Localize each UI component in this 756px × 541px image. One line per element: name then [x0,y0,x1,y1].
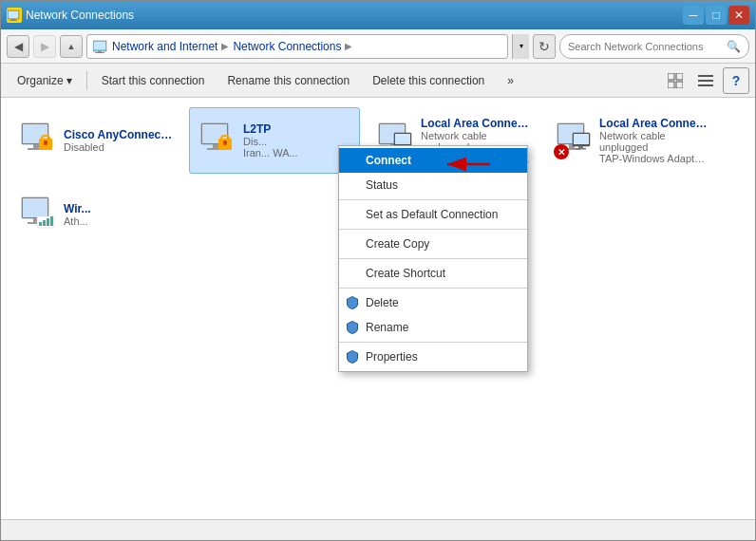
l2tp-icon [198,121,236,159]
svg-rect-11 [676,82,683,88]
context-menu-copy[interactable]: Create Copy [339,232,527,256]
properties-shield-icon [345,349,360,364]
svg-rect-3 [9,20,17,21]
svg-rect-55 [50,216,53,226]
title-controls: ─ □ ✕ [683,6,749,25]
window-title: Network Connections [26,9,134,22]
up-button[interactable]: ▲ [60,35,83,58]
l2tp-name: L2TP [243,122,351,136]
context-menu-connect[interactable]: Connect [339,148,527,173]
svg-rect-13 [698,80,713,82]
connection-l2tp[interactable]: L2TP Dis... Iran... WA... [189,107,360,174]
connection-wireless[interactable]: Wir... Ath... [10,181,181,248]
cisco-status: Disabled [64,141,174,153]
help-button[interactable]: ? [723,67,749,94]
context-shortcut-label: Create Shortcut [366,267,445,280]
context-menu-delete[interactable]: Delete [339,290,527,315]
address-bar: ◀ ▶ ▲ Network and Internet ▶ Network Con… [1,29,755,64]
context-menu-status[interactable]: Status [339,173,527,197]
close-button[interactable]: ✕ [728,6,749,25]
context-delete-label: Delete [366,296,399,309]
delete-shield-icon [345,295,360,310]
svg-rect-46 [576,148,586,150]
svg-rect-44 [574,134,589,144]
local-area-name: Local Area Connection [421,117,531,130]
svg-rect-7 [95,52,104,53]
title-bar: Network Connections ─ □ ✕ [1,1,755,29]
local2-status: Network cable unplugged [599,130,709,153]
path-icon [93,39,108,54]
organize-button[interactable]: Organize ▾ [7,67,83,94]
connection-cisco[interactable]: Cisco AnyConnect Secure Mobility Client … [10,107,181,174]
svg-rect-5 [94,42,105,49]
svg-rect-52 [39,222,42,226]
back-button[interactable]: ◀ [7,35,29,58]
path-segment1[interactable]: Network and Internet [112,40,217,53]
path-segment2[interactable]: Network Connections [233,40,341,53]
context-menu-default[interactable]: Set as Default Connection [339,202,527,227]
wireless-status: Ath... [64,215,174,227]
context-menu-properties[interactable]: Properties [339,345,527,369]
context-status-label: Status [366,178,398,192]
context-menu-shortcut[interactable]: Create Shortcut [339,261,527,286]
details-view-button[interactable] [692,67,719,94]
svg-rect-1 [9,11,18,18]
cisco-name: Cisco AnyConnect Secure Mobility Client … [64,128,174,141]
help-icon: ? [732,73,741,88]
delete-connection-button[interactable]: Delete this connection [362,67,495,94]
wireless-info: Wir... Ath... [64,202,174,227]
context-default-label: Set as Default Connection [366,208,498,221]
svg-rect-9 [676,73,683,80]
l2tp-info: L2TP Dis... Iran... WA... [243,122,351,159]
svg-rect-54 [47,218,49,226]
maximize-button[interactable]: □ [706,6,727,25]
change-view-button[interactable] [662,67,689,94]
context-copy-label: Create Copy [366,237,429,251]
context-menu: Connect Status Set as Default Connection… [338,145,528,372]
local2-adapter: TAP-Windows Adapter V9 [599,153,709,164]
search-icon: 🔍 [727,40,741,53]
minimize-button[interactable]: ─ [683,6,704,25]
path-dropdown-button[interactable]: ▾ [512,34,529,59]
connection-local2[interactable]: ✕ Local Area Connection 2 Network cable … [546,107,717,174]
address-path: Network and Internet ▶ Network Connectio… [86,34,508,59]
svg-point-22 [45,141,47,144]
context-separator5 [339,342,527,343]
cisco-icon [18,121,56,159]
path-arrow2: ▶ [345,41,352,51]
svg-rect-12 [698,75,713,77]
toolbar-separator1 [86,71,87,90]
cisco-info: Cisco AnyConnect Secure Mobility Client … [64,128,174,153]
toolbar: Organize ▾ Start this connection Rename … [1,64,755,98]
toolbar-right: ? [662,67,749,94]
context-rename-label: Rename [366,321,408,334]
organize-arrow-icon: ▾ [66,74,72,87]
main-window: Network Connections ─ □ ✕ ◀ ▶ ▲ Network … [0,0,756,541]
list-icon [698,73,713,88]
svg-rect-36 [395,134,410,144]
status-bar [1,519,755,540]
svg-rect-10 [668,82,674,88]
forward-button[interactable]: ▶ [33,35,56,58]
svg-rect-48 [23,198,47,217]
svg-rect-53 [43,220,46,226]
local2-info: Local Area Connection 2 Network cable un… [599,117,709,164]
context-menu-rename[interactable]: Rename [339,315,527,340]
rename-connection-button[interactable]: Rename this connection [217,67,360,94]
start-connection-button[interactable]: Start this connection [91,67,216,94]
search-box: 🔍 [559,34,749,59]
window-icon [7,8,22,23]
l2tp-status: Dis... [243,136,351,147]
context-separator4 [339,288,527,289]
context-separator2 [339,229,527,230]
search-input[interactable] [568,41,723,52]
svg-point-30 [224,141,227,144]
l2tp-adapter: Iran... WA... [243,147,351,159]
refresh-button[interactable]: ↻ [533,34,556,59]
content-area: Cisco AnyConnect Secure Mobility Client … [1,98,755,519]
context-connect-label: Connect [366,154,411,167]
wireless-name: Wir... [64,202,174,215]
svg-rect-14 [698,84,713,86]
more-button[interactable]: » [497,67,524,94]
rename-shield-icon [345,320,360,335]
